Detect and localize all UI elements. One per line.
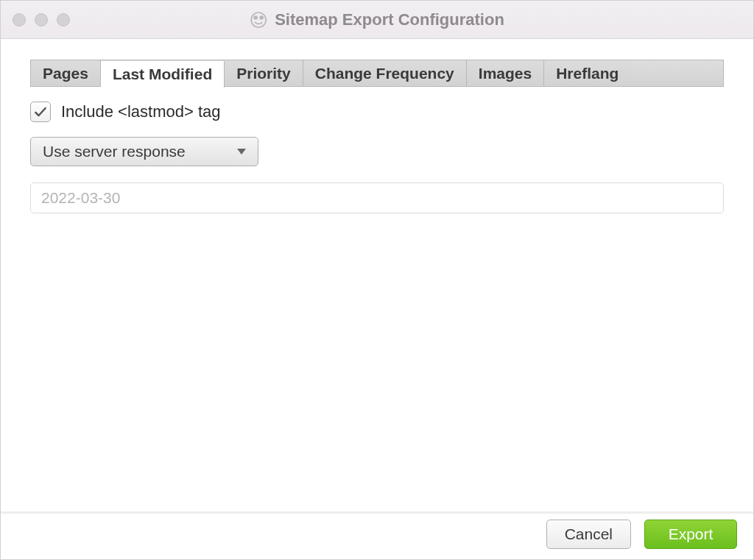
window-title-group: Sitemap Export Configuration — [250, 10, 504, 29]
tab-priority[interactable]: Priority — [225, 60, 303, 87]
tabs-row: Pages Last Modified Priority Change Freq… — [30, 60, 724, 87]
dialog-window: Sitemap Export Configuration Pages Last … — [0, 0, 754, 560]
dropdown-selected-value: Use server response — [43, 143, 186, 160]
include-lastmod-checkbox[interactable] — [30, 102, 51, 122]
tab-hreflang[interactable]: Hreflang — [544, 60, 630, 87]
chevron-down-icon — [237, 149, 246, 155]
tab-pages[interactable]: Pages — [31, 60, 101, 87]
titlebar: Sitemap Export Configuration — [1, 1, 753, 39]
minimize-window-button[interactable] — [35, 13, 48, 26]
content-spacer — [30, 301, 724, 500]
svg-point-1 — [254, 16, 257, 19]
export-button[interactable]: Export — [644, 520, 737, 549]
traffic-lights — [13, 13, 70, 26]
include-lastmod-row: Include <lastmod> tag — [30, 102, 724, 122]
tab-content-last-modified: Include <lastmod> tag Use server respons… — [30, 86, 724, 301]
window-title: Sitemap Export Configuration — [275, 10, 504, 29]
tab-images[interactable]: Images — [467, 60, 544, 87]
dialog-footer: Cancel Export — [1, 511, 753, 559]
zoom-window-button[interactable] — [57, 13, 70, 26]
svg-point-2 — [260, 16, 263, 19]
include-lastmod-label: Include <lastmod> tag — [61, 102, 220, 121]
tab-last-modified[interactable]: Last Modified — [101, 61, 225, 88]
svg-point-0 — [251, 13, 266, 27]
tab-change-frequency[interactable]: Change Frequency — [303, 60, 467, 87]
close-window-button[interactable] — [13, 13, 26, 26]
lastmod-source-dropdown[interactable]: Use server response — [30, 137, 258, 166]
app-frog-icon — [250, 11, 267, 29]
cancel-button[interactable]: Cancel — [546, 520, 631, 549]
lastmod-date-input[interactable]: 2022-03-30 — [30, 182, 724, 213]
content-area: Pages Last Modified Priority Change Freq… — [1, 39, 753, 511]
date-input-value: 2022-03-30 — [41, 189, 120, 207]
checkmark-icon — [33, 104, 48, 119]
